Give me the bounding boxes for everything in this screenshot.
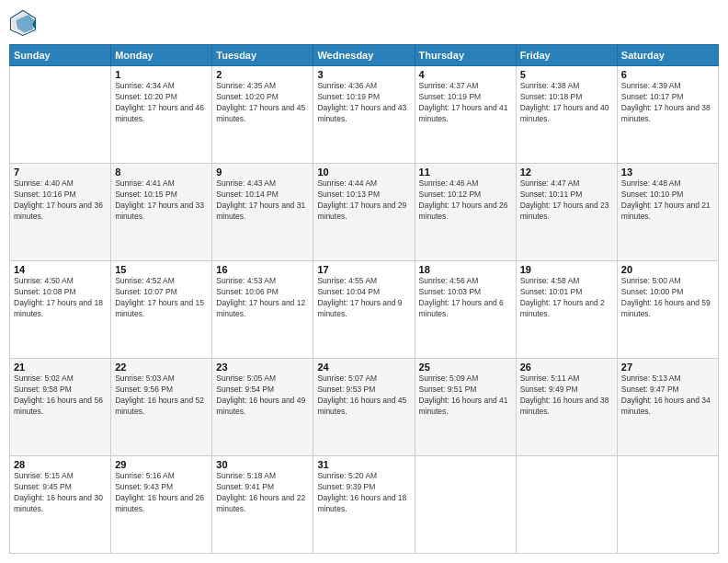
calendar-cell: [516, 456, 617, 554]
day-number: 27: [621, 362, 714, 373]
day-info: Sunrise: 4:56 AMSunset: 10:03 PMDaylight…: [419, 276, 512, 320]
weekday-header: Saturday: [617, 45, 718, 66]
day-info: Sunrise: 4:39 AMSunset: 10:17 PMDaylight…: [621, 81, 714, 125]
calendar-cell: 29Sunrise: 5:16 AMSunset: 9:43 PMDayligh…: [111, 456, 212, 554]
calendar-cell: 31Sunrise: 5:20 AMSunset: 9:39 PMDayligh…: [313, 456, 415, 554]
day-info: Sunrise: 4:53 AMSunset: 10:06 PMDaylight…: [216, 276, 309, 320]
day-info: Sunrise: 4:34 AMSunset: 10:20 PMDaylight…: [115, 81, 208, 125]
page: SundayMondayTuesdayWednesdayThursdayFrid…: [0, 0, 728, 563]
day-info: Sunrise: 5:16 AMSunset: 9:43 PMDaylight:…: [115, 471, 208, 515]
day-info: Sunrise: 5:05 AMSunset: 9:54 PMDaylight:…: [216, 373, 309, 418]
day-number: 11: [419, 167, 512, 178]
calendar-cell: 23Sunrise: 5:05 AMSunset: 9:54 PMDayligh…: [212, 359, 313, 456]
day-info: Sunrise: 4:52 AMSunset: 10:07 PMDaylight…: [115, 276, 208, 320]
calendar-cell: [10, 66, 111, 164]
day-info: Sunrise: 4:48 AMSunset: 10:10 PMDaylight…: [621, 178, 714, 223]
day-info: Sunrise: 4:37 AMSunset: 10:19 PMDaylight…: [419, 81, 512, 125]
day-number: 17: [317, 264, 410, 275]
calendar-cell: 6Sunrise: 4:39 AMSunset: 10:17 PMDayligh…: [617, 66, 718, 164]
day-info: Sunrise: 5:11 AMSunset: 9:49 PMDaylight:…: [520, 373, 613, 418]
day-number: 6: [621, 69, 714, 80]
calendar-week-row: 14Sunrise: 4:50 AMSunset: 10:08 PMDaylig…: [10, 261, 719, 359]
day-number: 3: [317, 69, 410, 80]
weekday-header: Friday: [516, 45, 617, 66]
day-info: Sunrise: 5:18 AMSunset: 9:41 PMDaylight:…: [216, 471, 309, 515]
calendar-cell: 19Sunrise: 4:58 AMSunset: 10:01 PMDaylig…: [516, 261, 617, 359]
day-info: Sunrise: 5:07 AMSunset: 9:53 PMDaylight:…: [317, 373, 410, 418]
day-number: 24: [317, 362, 410, 373]
logo-icon: [9, 9, 37, 37]
calendar-cell: 8Sunrise: 4:41 AMSunset: 10:15 PMDayligh…: [111, 164, 212, 261]
day-info: Sunrise: 4:55 AMSunset: 10:04 PMDaylight…: [317, 276, 410, 320]
day-number: 18: [419, 264, 512, 275]
calendar-cell: 10Sunrise: 4:44 AMSunset: 10:13 PMDaylig…: [313, 164, 415, 261]
calendar-cell: 9Sunrise: 4:43 AMSunset: 10:14 PMDayligh…: [212, 164, 313, 261]
day-number: 4: [419, 69, 512, 80]
day-info: Sunrise: 5:09 AMSunset: 9:51 PMDaylight:…: [419, 373, 512, 418]
day-info: Sunrise: 4:47 AMSunset: 10:11 PMDaylight…: [520, 178, 613, 223]
day-number: 19: [520, 264, 613, 275]
day-number: 13: [621, 167, 714, 178]
day-info: Sunrise: 5:02 AMSunset: 9:58 PMDaylight:…: [14, 373, 107, 418]
logo: [9, 9, 40, 37]
calendar-week-row: 21Sunrise: 5:02 AMSunset: 9:58 PMDayligh…: [10, 359, 719, 456]
weekday-header: Monday: [111, 45, 212, 66]
day-info: Sunrise: 5:03 AMSunset: 9:56 PMDaylight:…: [115, 373, 208, 418]
day-number: 31: [317, 459, 410, 470]
day-number: 5: [520, 69, 613, 80]
calendar-cell: [617, 456, 718, 554]
calendar-cell: 30Sunrise: 5:18 AMSunset: 9:41 PMDayligh…: [212, 456, 313, 554]
day-info: Sunrise: 5:00 AMSunset: 10:00 PMDaylight…: [621, 276, 714, 320]
day-info: Sunrise: 4:43 AMSunset: 10:14 PMDaylight…: [216, 178, 309, 223]
day-number: 26: [520, 362, 613, 373]
calendar-cell: 25Sunrise: 5:09 AMSunset: 9:51 PMDayligh…: [415, 359, 516, 456]
day-info: Sunrise: 4:35 AMSunset: 10:20 PMDaylight…: [216, 81, 309, 125]
day-info: Sunrise: 4:46 AMSunset: 10:12 PMDaylight…: [419, 178, 512, 223]
day-number: 29: [115, 459, 208, 470]
calendar-cell: [415, 456, 516, 554]
calendar-header-row: SundayMondayTuesdayWednesdayThursdayFrid…: [10, 45, 719, 66]
weekday-header: Sunday: [10, 45, 111, 66]
day-info: Sunrise: 5:20 AMSunset: 9:39 PMDaylight:…: [317, 471, 410, 515]
calendar-cell: 2Sunrise: 4:35 AMSunset: 10:20 PMDayligh…: [212, 66, 313, 164]
day-info: Sunrise: 4:58 AMSunset: 10:01 PMDaylight…: [520, 276, 613, 320]
day-number: 21: [14, 362, 107, 373]
day-number: 14: [14, 264, 107, 275]
day-info: Sunrise: 4:40 AMSunset: 10:16 PMDaylight…: [14, 178, 107, 223]
calendar-cell: 1Sunrise: 4:34 AMSunset: 10:20 PMDayligh…: [111, 66, 212, 164]
calendar-table: SundayMondayTuesdayWednesdayThursdayFrid…: [9, 44, 719, 554]
day-info: Sunrise: 4:44 AMSunset: 10:13 PMDaylight…: [317, 178, 410, 223]
day-number: 10: [317, 167, 410, 178]
day-info: Sunrise: 4:38 AMSunset: 10:18 PMDaylight…: [520, 81, 613, 125]
calendar-cell: 4Sunrise: 4:37 AMSunset: 10:19 PMDayligh…: [415, 66, 516, 164]
day-number: 9: [216, 167, 309, 178]
calendar-cell: 14Sunrise: 4:50 AMSunset: 10:08 PMDaylig…: [10, 261, 111, 359]
day-number: 25: [419, 362, 512, 373]
calendar-week-row: 7Sunrise: 4:40 AMSunset: 10:16 PMDayligh…: [10, 164, 719, 261]
calendar-cell: 15Sunrise: 4:52 AMSunset: 10:07 PMDaylig…: [111, 261, 212, 359]
calendar-cell: 18Sunrise: 4:56 AMSunset: 10:03 PMDaylig…: [415, 261, 516, 359]
calendar-cell: 11Sunrise: 4:46 AMSunset: 10:12 PMDaylig…: [415, 164, 516, 261]
weekday-header: Tuesday: [212, 45, 313, 66]
calendar-cell: 27Sunrise: 5:13 AMSunset: 9:47 PMDayligh…: [617, 359, 718, 456]
calendar-cell: 12Sunrise: 4:47 AMSunset: 10:11 PMDaylig…: [516, 164, 617, 261]
day-number: 8: [115, 167, 208, 178]
day-info: Sunrise: 5:13 AMSunset: 9:47 PMDaylight:…: [621, 373, 714, 418]
calendar-cell: 26Sunrise: 5:11 AMSunset: 9:49 PMDayligh…: [516, 359, 617, 456]
day-number: 28: [14, 459, 107, 470]
day-info: Sunrise: 4:50 AMSunset: 10:08 PMDaylight…: [14, 276, 107, 320]
weekday-header: Wednesday: [313, 45, 415, 66]
day-number: 15: [115, 264, 208, 275]
day-info: Sunrise: 4:41 AMSunset: 10:15 PMDaylight…: [115, 178, 208, 223]
calendar-week-row: 28Sunrise: 5:15 AMSunset: 9:45 PMDayligh…: [10, 456, 719, 554]
day-info: Sunrise: 5:15 AMSunset: 9:45 PMDaylight:…: [14, 471, 107, 515]
calendar-cell: 3Sunrise: 4:36 AMSunset: 10:19 PMDayligh…: [313, 66, 415, 164]
calendar-cell: 20Sunrise: 5:00 AMSunset: 10:00 PMDaylig…: [617, 261, 718, 359]
calendar-cell: 24Sunrise: 5:07 AMSunset: 9:53 PMDayligh…: [313, 359, 415, 456]
day-number: 2: [216, 69, 309, 80]
day-number: 30: [216, 459, 309, 470]
day-info: Sunrise: 4:36 AMSunset: 10:19 PMDaylight…: [317, 81, 410, 125]
calendar-cell: 22Sunrise: 5:03 AMSunset: 9:56 PMDayligh…: [111, 359, 212, 456]
calendar-cell: 5Sunrise: 4:38 AMSunset: 10:18 PMDayligh…: [516, 66, 617, 164]
calendar-cell: 21Sunrise: 5:02 AMSunset: 9:58 PMDayligh…: [10, 359, 111, 456]
